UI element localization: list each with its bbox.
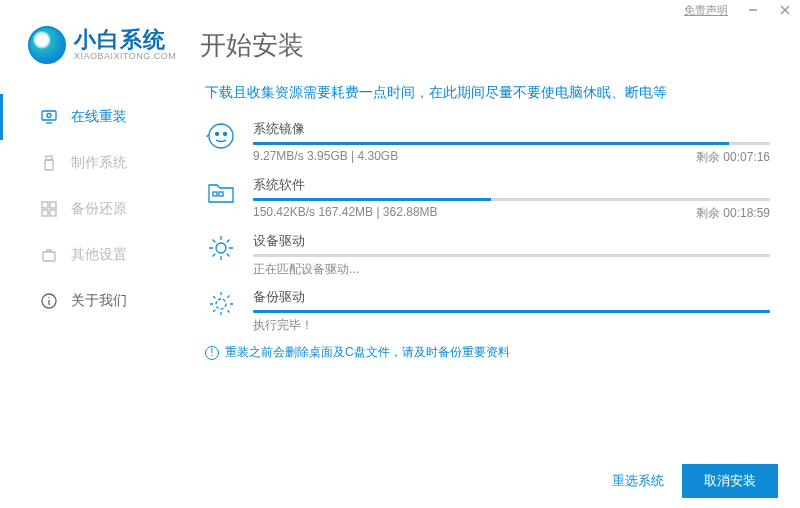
- task-title: 设备驱动: [253, 232, 305, 250]
- face-icon: [205, 120, 237, 152]
- header: 小白系统 XIAOBAIXITONG.COM 开始安装: [0, 18, 800, 76]
- brand-text: 小白系统 XIAOBAIXITONG.COM: [74, 28, 176, 62]
- task-backup-driver: 备份驱动 执行完毕！: [205, 288, 770, 334]
- sidebar-item-label: 备份还原: [71, 200, 127, 218]
- svg-point-22: [216, 299, 226, 309]
- svg-point-18: [224, 133, 227, 136]
- svg-rect-3: [42, 111, 56, 120]
- monitor-icon: [41, 109, 57, 125]
- app-window: 免责声明 小白系统 XIAOBAIXITONG.COM 开始安装 在线重装 制作…: [0, 0, 800, 508]
- task-remain: 剩余 00:18:59: [696, 205, 770, 222]
- sidebar-item-label: 其他设置: [71, 246, 127, 264]
- svg-rect-20: [219, 192, 223, 196]
- cancel-install-button[interactable]: 取消安装: [682, 464, 778, 498]
- close-button[interactable]: [778, 3, 792, 17]
- footer: 重选系统 取消安装: [612, 464, 778, 498]
- sidebar-item-settings[interactable]: 其他设置: [0, 232, 175, 278]
- svg-rect-19: [213, 192, 217, 196]
- task-title: 系统镜像: [253, 120, 305, 138]
- sidebar-item-make[interactable]: 制作系统: [0, 140, 175, 186]
- progress-bar: [253, 198, 770, 201]
- svg-rect-12: [43, 252, 55, 261]
- brand-logo: 小白系统 XIAOBAIXITONG.COM: [28, 26, 200, 64]
- progress-bar: [253, 142, 770, 145]
- progress-bar: [253, 310, 770, 313]
- sidebar: 在线重装 制作系统 备份还原 其他设置 关于我们: [0, 76, 175, 496]
- sidebar-item-backup[interactable]: 备份还原: [0, 186, 175, 232]
- task-detail: 150.42KB/s 167.42MB | 362.88MB: [253, 205, 438, 222]
- task-detail: 正在匹配设备驱动...: [253, 261, 359, 278]
- body: 在线重装 制作系统 备份还原 其他设置 关于我们 下载且收集资源需要耗费一点时间…: [0, 76, 800, 496]
- logo-icon: [28, 26, 66, 64]
- task-remain: 剩余 00:07:16: [696, 149, 770, 166]
- progress-fill: [253, 142, 729, 145]
- progress-fill: [253, 198, 491, 201]
- svg-rect-11: [50, 210, 56, 216]
- svg-point-21: [216, 243, 226, 253]
- brand-name-cn: 小白系统: [74, 28, 176, 52]
- briefcase-icon: [41, 247, 57, 263]
- sidebar-item-reinstall[interactable]: 在线重装: [0, 94, 175, 140]
- info-icon: [41, 293, 57, 309]
- task-detail: 9.27MB/s 3.95GB | 4.30GB: [253, 149, 398, 166]
- gear-dashed-icon: [205, 288, 237, 320]
- task-title: 系统软件: [253, 176, 305, 194]
- task-detail: 执行完毕！: [253, 317, 313, 334]
- brand-name-en: XIAOBAIXITONG.COM: [74, 52, 176, 62]
- progress-fill: [253, 310, 770, 313]
- titlebar: 免责声明: [0, 0, 800, 18]
- task-device-driver: 设备驱动 正在匹配设备驱动...: [205, 232, 770, 278]
- svg-rect-10: [42, 210, 48, 216]
- warning-row: ! 重装之前会删除桌面及C盘文件，请及时备份重要资料: [205, 344, 770, 361]
- svg-point-4: [47, 114, 51, 118]
- progress-bar: [253, 254, 770, 257]
- notice-text: 下载且收集资源需要耗费一点时间，在此期间尽量不要使电脑休眠、断电等: [205, 84, 770, 102]
- svg-rect-7: [45, 160, 53, 170]
- sidebar-item-label: 关于我们: [71, 292, 127, 310]
- sidebar-item-about[interactable]: 关于我们: [0, 278, 175, 324]
- gear-icon: [205, 232, 237, 264]
- minimize-button[interactable]: [746, 3, 760, 17]
- svg-point-17: [216, 133, 219, 136]
- page-title: 开始安装: [200, 28, 304, 63]
- usb-icon: [41, 155, 57, 171]
- svg-rect-9: [50, 202, 56, 208]
- reselect-button[interactable]: 重选系统: [612, 472, 664, 490]
- sidebar-item-label: 在线重装: [71, 108, 127, 126]
- warning-icon: !: [205, 346, 219, 360]
- grid-icon: [41, 201, 57, 217]
- svg-rect-8: [42, 202, 48, 208]
- warning-text: 重装之前会删除桌面及C盘文件，请及时备份重要资料: [225, 344, 510, 361]
- sidebar-item-label: 制作系统: [71, 154, 127, 172]
- folder-icon: [205, 176, 237, 208]
- task-title: 备份驱动: [253, 288, 305, 306]
- svg-point-16: [209, 124, 233, 148]
- task-system-image: 系统镜像 9.27MB/s 3.95GB | 4.30GB 剩余 00:07:1…: [205, 120, 770, 166]
- task-system-software: 系统软件 150.42KB/s 167.42MB | 362.88MB 剩余 0…: [205, 176, 770, 222]
- disclaimer-link[interactable]: 免责声明: [684, 3, 728, 18]
- main-content: 下载且收集资源需要耗费一点时间，在此期间尽量不要使电脑休眠、断电等 系统镜像 9…: [175, 76, 800, 496]
